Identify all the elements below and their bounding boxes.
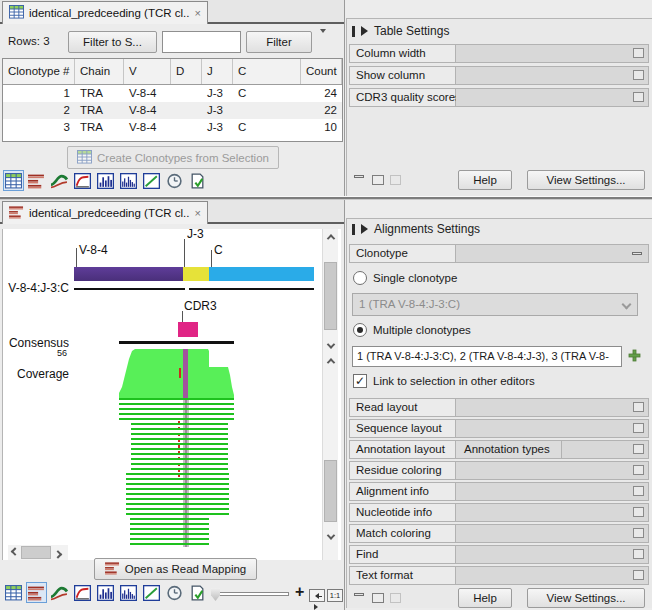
horizontal-scrollbar[interactable] — [8, 545, 68, 560]
single-clonotype-radio[interactable] — [353, 271, 367, 285]
collapse-section-icon[interactable] — [632, 252, 642, 255]
palette-icon[interactable] — [633, 70, 644, 80]
read-line[interactable] — [131, 433, 228, 435]
column-header[interactable]: Chain — [75, 59, 124, 84]
tab-alignment-view[interactable]: identical_predceeding (TCR cl... × — [2, 201, 208, 224]
zoom-slider[interactable] — [214, 592, 289, 596]
advanced-filter-icon[interactable] — [320, 33, 336, 49]
settings-section-column-width[interactable]: Column width — [349, 44, 649, 63]
palette-icon[interactable] — [633, 92, 644, 102]
growth-chart-icon[interactable] — [141, 582, 162, 603]
read-line[interactable] — [126, 473, 229, 475]
read-line[interactable] — [131, 438, 228, 440]
palette-icon[interactable] — [633, 465, 644, 475]
read-line[interactable] — [130, 518, 209, 520]
collapse-arrow-icon[interactable] — [361, 26, 368, 36]
dock-icon[interactable] — [372, 175, 384, 185]
dock-icon[interactable] — [372, 593, 384, 603]
column-header[interactable]: Count — [301, 59, 342, 84]
bar-chart-icon[interactable] — [118, 582, 139, 603]
read-line[interactable] — [131, 428, 228, 430]
column-header[interactable]: J — [202, 59, 233, 84]
collapse-all-icon[interactable] — [354, 593, 364, 596]
read-line[interactable] — [130, 533, 209, 535]
read-line[interactable] — [131, 453, 228, 455]
settings-section-nucleotide-info[interactable]: Nucleotide info — [349, 503, 649, 522]
growth-chart-icon[interactable] — [141, 170, 162, 191]
open-as-read-mapping-button[interactable]: Open as Read Mapping — [94, 558, 257, 580]
line-plot-icon[interactable] — [72, 582, 93, 603]
add-clonotype-icon[interactable] — [628, 349, 641, 364]
read-line[interactable] — [119, 413, 234, 415]
history-icon[interactable] — [164, 582, 185, 603]
settings-section-alignment-info[interactable]: Alignment info — [349, 482, 649, 501]
settings-section-annotation-layout[interactable]: Annotation layoutAnnotation types — [349, 440, 649, 459]
histogram-icon[interactable] — [95, 582, 116, 603]
scroll-down-icon[interactable] — [323, 529, 339, 544]
palette-icon[interactable] — [633, 570, 644, 580]
palette-icon[interactable] — [633, 486, 644, 496]
multiple-clonotypes-radio[interactable] — [353, 323, 367, 337]
read-line[interactable] — [126, 498, 229, 500]
segment-v-bar[interactable] — [74, 267, 183, 281]
alignment-canvas[interactable]: J-3 V-8-4 C V-8-4:J-3:C CDR3 Consensus 5… — [2, 229, 341, 560]
scroll-up-icon[interactable] — [323, 229, 339, 244]
read-line[interactable] — [126, 508, 229, 510]
read-mapping-icon[interactable] — [26, 170, 47, 191]
read-line[interactable] — [126, 493, 229, 495]
fit-width-button[interactable] — [309, 589, 325, 602]
graphs-icon[interactable] — [49, 170, 70, 191]
table-icon[interactable] — [3, 170, 24, 191]
table-row[interactable]: 1TRAV-8-4J-3C24 — [3, 85, 342, 102]
zoom-100-button[interactable]: 1:1 — [327, 589, 343, 602]
read-line[interactable] — [126, 483, 229, 485]
graphs-icon[interactable] — [49, 582, 70, 603]
filter-button[interactable]: Filter — [246, 31, 312, 53]
palette-icon[interactable] — [633, 444, 644, 454]
cdr3-annotation[interactable] — [178, 322, 198, 337]
annotation-types-tab[interactable]: Annotation types — [456, 440, 562, 459]
read-line[interactable] — [126, 478, 229, 480]
coverage-graph[interactable] — [119, 349, 234, 398]
segment-j-bar[interactable] — [183, 267, 209, 281]
column-header[interactable]: Clonotype # — [3, 59, 75, 84]
settings-section-cdr3-quality-scores[interactable]: CDR3 quality scores — [349, 88, 649, 107]
zoom-slider-thumb[interactable] — [211, 588, 220, 601]
palette-icon[interactable] — [633, 48, 644, 58]
collapse-arrow-icon[interactable] — [361, 224, 368, 234]
settings-section-match-coloring[interactable]: Match coloring — [349, 524, 649, 543]
palette-icon[interactable] — [633, 507, 644, 517]
scroll-up-icon[interactable] — [323, 353, 339, 368]
read-line[interactable] — [131, 468, 228, 470]
column-header[interactable]: C — [233, 59, 301, 84]
multiple-clonotypes-field[interactable]: 1 (TRA V-8-4:J-3:C), 2 (TRA V-8-4:J-3), … — [352, 346, 622, 367]
report-icon[interactable] — [187, 582, 208, 603]
report-icon[interactable] — [187, 170, 208, 191]
settings-section-show-column[interactable]: Show column — [349, 66, 649, 85]
view-settings-button[interactable]: View Settings... — [527, 170, 645, 190]
column-header[interactable]: V — [124, 59, 171, 84]
scroll-left-icon[interactable] — [8, 545, 21, 560]
link-selection-checkbox[interactable]: ✓ — [353, 374, 367, 388]
scrollbar-thumb[interactable] — [324, 460, 337, 522]
read-mapping-icon[interactable] — [26, 582, 47, 603]
read-line[interactable] — [131, 448, 228, 450]
segment-c-bar[interactable] — [209, 267, 314, 281]
filter-input[interactable] — [162, 31, 241, 53]
scrollbar-thumb[interactable] — [21, 546, 51, 559]
vertical-scrollbar[interactable] — [322, 229, 338, 560]
read-line[interactable] — [131, 443, 228, 445]
settings-section-text-format[interactable]: Text format — [349, 566, 649, 585]
column-header[interactable]: D — [171, 59, 202, 84]
read-line[interactable] — [130, 538, 209, 540]
filter-to-selection-button[interactable]: Filter to S... — [68, 31, 157, 53]
history-icon[interactable] — [164, 170, 185, 191]
clonotype-section-header[interactable]: Clonotype — [349, 244, 649, 263]
palette-icon[interactable] — [633, 402, 644, 412]
palette-icon[interactable] — [633, 528, 644, 538]
close-icon[interactable]: × — [195, 208, 201, 219]
settings-section-sequence-layout[interactable]: Sequence layout — [349, 419, 649, 438]
read-line[interactable] — [130, 523, 209, 525]
histogram-icon[interactable] — [95, 170, 116, 191]
palette-icon[interactable] — [633, 549, 644, 559]
